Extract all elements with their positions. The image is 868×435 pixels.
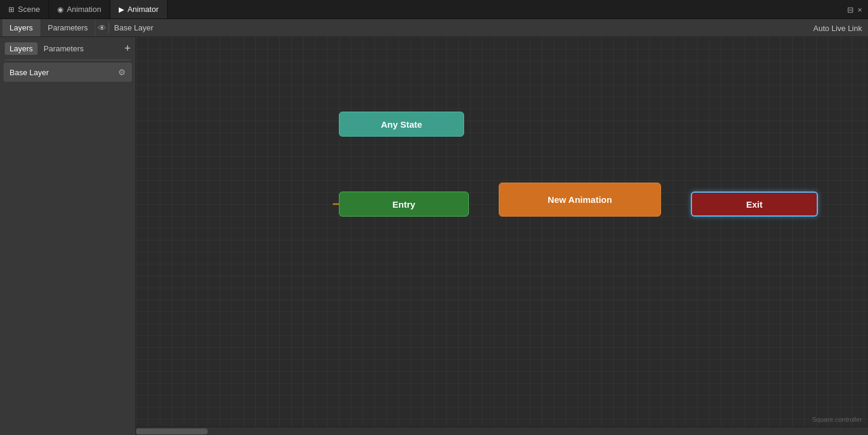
title-bar-controls: ⊟ ×: [847, 5, 862, 14]
tab-animator[interactable]: ▶ Animator: [110, 0, 168, 18]
minimize-icon[interactable]: ⊟: [847, 5, 854, 14]
sidebar-header: Layers Parameters +: [0, 37, 135, 60]
title-bar: ⊞ Scene ◉ Animation ▶ Animator ⊟ ×: [0, 0, 868, 19]
breadcrumb: Base Layer: [114, 23, 153, 32]
gear-icon[interactable]: ⚙: [118, 67, 126, 77]
toolbar-tab-layers[interactable]: Layers: [2, 19, 41, 36]
scene-icon: ⊞: [8, 5, 14, 14]
animation-icon: ◉: [57, 5, 63, 14]
sidebar-tab-parameters[interactable]: Parameters: [39, 42, 88, 55]
tab-animator-label: Animator: [128, 5, 159, 14]
toolbar-tab-parameters-label: Parameters: [48, 23, 88, 32]
breadcrumb-base-layer[interactable]: Base Layer: [114, 23, 153, 32]
any-state-label: Any State: [381, 119, 422, 129]
sidebar-tabs: Layers Parameters: [5, 42, 88, 55]
tab-animation-label: Animation: [67, 5, 101, 14]
auto-live-link-button[interactable]: Auto Live Link: [813, 23, 862, 32]
toolbar-separator: [109, 23, 109, 33]
node-entry[interactable]: Entry: [339, 192, 469, 217]
new-animation-label: New Animation: [548, 195, 612, 205]
sidebar-item-label: Base Layer: [10, 68, 49, 77]
add-layer-button[interactable]: +: [124, 43, 131, 54]
sidebar-tab-layers[interactable]: Layers: [5, 42, 38, 55]
scrollbar-thumb[interactable]: [136, 428, 208, 434]
close-icon[interactable]: ×: [857, 5, 862, 14]
node-new-animation[interactable]: New Animation: [499, 183, 661, 217]
toolbar: Layers Parameters 👁 Base Layer Auto Live…: [0, 19, 868, 37]
toolbar-tab-parameters[interactable]: Parameters: [41, 19, 95, 36]
tab-scene-label: Scene: [18, 5, 40, 14]
arrows-svg: [136, 37, 868, 435]
sidebar: Layers Parameters + Base Layer ⚙: [0, 37, 136, 435]
canvas-area[interactable]: Any State Entry New Animation Exit Squar…: [136, 37, 868, 435]
tab-scene[interactable]: ⊞ Scene: [0, 0, 49, 18]
toolbar-tab-layers-label: Layers: [10, 23, 33, 32]
main-layout: Layers Parameters + Base Layer ⚙: [0, 37, 868, 435]
entry-label: Entry: [393, 199, 415, 209]
watermark: Square.controller: [812, 416, 862, 423]
sidebar-item-base-layer[interactable]: Base Layer ⚙: [4, 63, 132, 82]
eye-icon[interactable]: 👁: [98, 23, 106, 33]
node-exit[interactable]: Exit: [691, 192, 818, 217]
exit-label: Exit: [746, 199, 763, 209]
sidebar-divider: [5, 60, 131, 60]
horizontal-scrollbar[interactable]: [136, 427, 868, 435]
animator-icon: ▶: [119, 5, 124, 14]
tab-animation[interactable]: ◉ Animation: [49, 0, 110, 18]
node-any-state[interactable]: Any State: [339, 112, 464, 137]
